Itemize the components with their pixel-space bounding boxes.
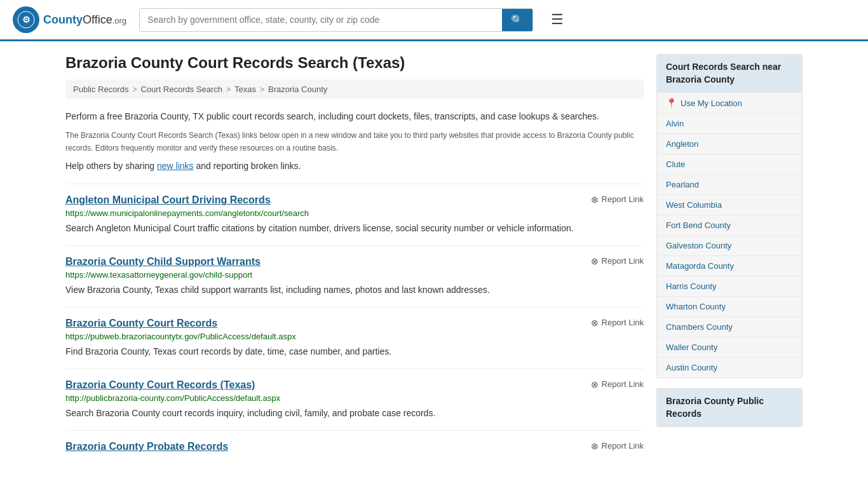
breadcrumb-public-records[interactable]: Public Records (73, 85, 128, 94)
search-input[interactable] (140, 9, 502, 31)
intro-paragraph-2: The Brazoria County Court Records Search… (65, 130, 644, 154)
public-records-header-text: Brazoria County Public Records (666, 396, 764, 419)
report-icon: ⊗ (591, 256, 599, 266)
nearby-link-6[interactable]: Galveston County (666, 241, 731, 250)
result-entry-2: Brazoria County Court Records ⊗ Report L… (65, 307, 644, 369)
sidebar-nearby-item-8: Harris County (657, 276, 802, 296)
pin-icon: 📍 (666, 98, 677, 108)
result-desc: Find Brazoria County, Texas court record… (65, 345, 644, 358)
sidebar-nearby-item-3: Pearland (657, 174, 802, 194)
result-title-link[interactable]: Angleton Municipal Court Driving Records (65, 194, 271, 206)
result-title-link[interactable]: Brazoria County Probate Records (65, 441, 228, 452)
result-title-link[interactable]: Brazoria County Court Records (65, 318, 217, 329)
nearby-link-1[interactable]: Angleton (666, 139, 698, 149)
sidebar-nearby-item-6: Galveston County (657, 235, 802, 255)
menu-button[interactable]: ☰ (546, 9, 569, 30)
breadcrumb-sep-2: > (226, 85, 231, 94)
logo-text-area: CountyOffice.org (43, 13, 126, 27)
report-link-label: Report Link (602, 194, 644, 204)
svg-text:⚙: ⚙ (22, 15, 31, 25)
nearby-link-2[interactable]: Clute (666, 159, 685, 169)
sidebar-nearby-item-0: Alvin (657, 113, 802, 133)
public-records-header: Brazoria County Public Records (657, 389, 802, 426)
result-url: https://www.municipalonlinepayments.com/… (65, 208, 644, 218)
search-button[interactable]: 🔍 (502, 9, 532, 31)
nearby-link-5[interactable]: Fort Bend County (666, 220, 731, 230)
nearby-links-list: AlvinAngletonClutePearlandWest ColumbiaF… (657, 113, 802, 377)
nearby-link-0[interactable]: Alvin (666, 119, 684, 128)
result-entry-1: Brazoria County Child Support Warrants ⊗… (65, 245, 644, 307)
report-icon: ⊗ (591, 379, 599, 390)
main-layout: Brazoria County Court Records Search (Te… (53, 41, 815, 478)
breadcrumb-texas[interactable]: Texas (234, 85, 256, 94)
nearby-header: Court Records Search near Brazoria Count… (657, 55, 802, 92)
report-link-button[interactable]: ⊗ Report Link (591, 318, 644, 328)
nearby-header-text: Court Records Search near Brazoria Count… (666, 62, 781, 85)
sidebar-nearby-item-5: Fort Bend County (657, 215, 802, 235)
nearby-link-3[interactable]: Pearland (666, 180, 699, 189)
sidebar-nearby-item-12: Austin County (657, 357, 802, 377)
new-links-link[interactable]: new links (157, 161, 194, 171)
sidebar-nearby-item-4: West Columbia (657, 194, 802, 215)
report-link-button[interactable]: ⊗ Report Link (591, 194, 644, 205)
result-desc: View Brazoria County, Texas child suppor… (65, 283, 644, 297)
breadcrumb-sep-1: > (132, 85, 137, 94)
nearby-link-12[interactable]: Austin County (666, 363, 717, 372)
result-title-row: Brazoria County Probate Records ⊗ Report… (65, 441, 644, 452)
report-link-label: Report Link (602, 318, 644, 327)
nearby-link-7[interactable]: Matagorda County (666, 261, 734, 271)
breadcrumb: Public Records > Court Records Search > … (65, 79, 644, 99)
logo-office: Office (83, 13, 112, 26)
report-link-label: Report Link (602, 379, 644, 389)
result-url: http://publicbrazoria-county.com/PublicA… (65, 393, 644, 403)
search-bar: 🔍 (139, 8, 533, 32)
result-title-link[interactable]: Brazoria County Court Records (Texas) (65, 379, 255, 391)
report-icon: ⊗ (591, 441, 599, 451)
public-records-section: Brazoria County Public Records (656, 388, 803, 427)
result-title-row: Angleton Municipal Court Driving Records… (65, 194, 644, 206)
results-list: Angleton Municipal Court Driving Records… (65, 184, 644, 465)
nearby-link-4[interactable]: West Columbia (666, 200, 722, 210)
result-url: https://pubweb.brazoriacountytx.gov/Publ… (65, 332, 644, 341)
help-suffix-text: and reporting broken links. (196, 161, 301, 171)
use-location-item[interactable]: 📍 Use My Location (657, 92, 802, 113)
hamburger-icon: ☰ (551, 11, 564, 27)
sidebar-nearby-item-11: Waller County (657, 337, 802, 357)
breadcrumb-current: Brazoria County (268, 85, 327, 94)
result-desc: Search Brazoria County court records inq… (65, 407, 644, 420)
report-icon: ⊗ (591, 194, 599, 205)
result-entry-3: Brazoria County Court Records (Texas) ⊗ … (65, 369, 644, 430)
result-entry-0: Angleton Municipal Court Driving Records… (65, 184, 644, 245)
use-location-link[interactable]: Use My Location (681, 98, 742, 108)
search-icon: 🔍 (511, 15, 524, 25)
page-title: Brazoria County Court Records Search (Te… (65, 54, 644, 72)
report-link-label: Report Link (602, 441, 644, 451)
site-logo[interactable]: ⚙ CountyOffice.org (13, 6, 126, 33)
nearby-link-10[interactable]: Chambers County (666, 322, 733, 332)
result-title-link[interactable]: Brazoria County Child Support Warrants (65, 256, 261, 268)
report-link-button[interactable]: ⊗ Report Link (591, 256, 644, 266)
logo-icon: ⚙ (13, 6, 39, 33)
help-prefix: Help others by sharing (65, 161, 154, 171)
sidebar-nearby-item-1: Angleton (657, 133, 802, 154)
help-text: Help others by sharing new links and rep… (65, 161, 644, 171)
logo-brand: County (43, 13, 83, 26)
sidebar-nearby-item-9: Wharton County (657, 296, 802, 316)
report-link-button[interactable]: ⊗ Report Link (591, 441, 644, 451)
sidebar-nearby-item-2: Clute (657, 154, 802, 174)
nearby-link-9[interactable]: Wharton County (666, 302, 726, 311)
result-entry-4: Brazoria County Probate Records ⊗ Report… (65, 430, 644, 465)
intro-paragraph-1: Perform a free Brazoria County, TX publi… (65, 109, 644, 123)
nearby-section: Court Records Search near Brazoria Count… (656, 54, 803, 378)
nearby-link-8[interactable]: Harris County (666, 281, 716, 291)
logo-domain: .org (112, 16, 126, 25)
report-icon: ⊗ (591, 318, 599, 328)
report-link-label: Report Link (602, 256, 644, 266)
report-link-button[interactable]: ⊗ Report Link (591, 379, 644, 390)
main-content: Brazoria County Court Records Search (Te… (65, 54, 644, 465)
breadcrumb-court-records[interactable]: Court Records Search (140, 85, 222, 94)
breadcrumb-sep-3: > (260, 85, 264, 94)
nearby-link-11[interactable]: Waller County (666, 342, 717, 352)
site-header: ⚙ CountyOffice.org 🔍 ☰ (0, 0, 868, 41)
sidebar: Court Records Search near Brazoria Count… (656, 54, 803, 465)
